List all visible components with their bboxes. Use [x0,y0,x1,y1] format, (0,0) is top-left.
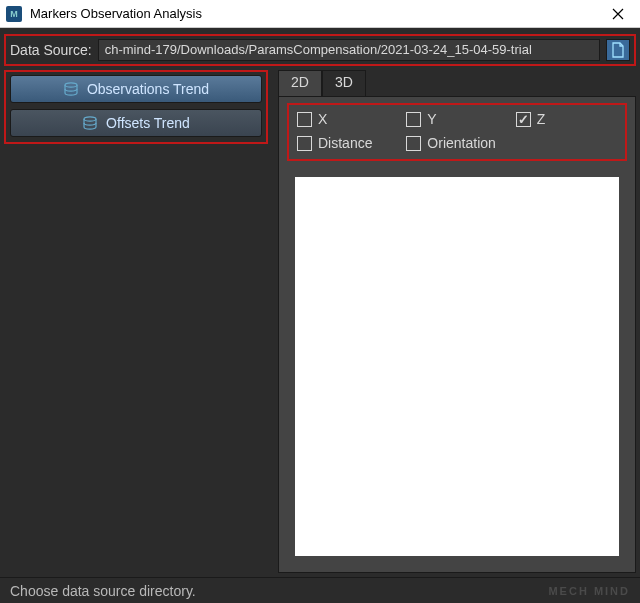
check-z-label: Z [537,111,546,127]
check-orientation-label: Orientation [427,135,495,151]
check-x[interactable]: X [297,111,398,127]
content-area: Data Source: ch-mind-179/Downloads/Param… [0,28,640,577]
check-y-label: Y [427,111,436,127]
datasource-label: Data Source: [10,42,92,58]
tab-2d[interactable]: 2D [278,70,322,96]
offsets-trend-button[interactable]: Offsets Trend [10,109,262,137]
checkbox-icon [297,136,312,151]
check-distance[interactable]: Distance [297,135,398,151]
statusbar: Choose data source directory. MECH MIND [0,577,640,603]
axis-checks-group: X Y Z Distance [287,103,627,161]
view-tabs: 2D 3D [278,70,636,96]
tab-body: X Y Z Distance [278,96,636,573]
checkbox-icon [516,112,531,127]
database-icon [82,116,98,130]
offsets-trend-label: Offsets Trend [106,115,190,131]
check-x-label: X [318,111,327,127]
right-pane: 2D 3D X Y Z [268,70,636,573]
observations-trend-button[interactable]: Observations Trend [10,75,262,103]
datasource-row: Data Source: ch-mind-179/Downloads/Param… [4,34,636,66]
main-row: Observations Trend Offsets Trend 2D 3D [0,70,640,577]
observations-trend-label: Observations Trend [87,81,209,97]
checkbox-icon [406,112,421,127]
close-icon [612,8,624,20]
check-orientation[interactable]: Orientation [406,135,507,151]
check-y[interactable]: Y [406,111,507,127]
check-distance-label: Distance [318,135,372,151]
svg-point-1 [84,117,96,121]
brand-watermark: MECH MIND [548,585,630,597]
close-button[interactable] [600,0,636,28]
trend-buttons-group: Observations Trend Offsets Trend [4,70,268,144]
app-icon: M [6,6,22,22]
datasource-path-input[interactable]: ch-mind-179/Downloads/ParamsCompensation… [98,39,600,61]
sidebar: Observations Trend Offsets Trend [4,70,268,573]
titlebar: M Markers Observation Analysis [0,0,640,28]
checkbox-icon [297,112,312,127]
plot-canvas[interactable] [295,177,619,556]
database-icon [63,82,79,96]
tab-3d[interactable]: 3D [322,70,366,96]
check-z[interactable]: Z [516,111,617,127]
browse-button[interactable] [606,39,630,61]
file-icon [611,42,625,58]
status-text: Choose data source directory. [10,583,196,599]
svg-point-0 [65,83,77,87]
checkbox-icon [406,136,421,151]
window-title: Markers Observation Analysis [30,6,600,21]
plot-area [285,169,629,566]
